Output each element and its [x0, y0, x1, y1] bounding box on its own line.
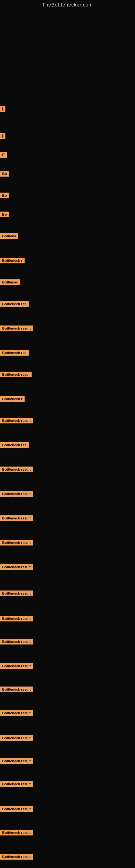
bottleneck-label: Bottleneck result: [0, 735, 33, 741]
bottleneck-label-row: Bottleneck result: [0, 639, 33, 646]
bottleneck-label: Bottleneck result: [0, 491, 33, 497]
bottleneck-label-row: Bottleneck res: [0, 350, 29, 357]
bottleneck-label: Bottleneck r: [0, 396, 25, 402]
site-title: TheBottlenecker.com: [0, 0, 135, 8]
bottleneck-label: Bottleneck result: [0, 564, 33, 570]
bottleneck-label-row: E: [0, 152, 7, 159]
bottleneck-label: Bottleneck result: [0, 326, 33, 331]
bottleneck-label: Bottleneck result: [0, 467, 33, 472]
bottleneck-label-row: Bottleneck result: [0, 806, 33, 813]
bottleneck-label-row: Bottleneck result: [0, 663, 33, 670]
bottleneck-label-row: Bottleneck resul: [0, 372, 32, 378]
bottleneck-label-row: Bottleneck result: [0, 564, 33, 571]
bottleneck-label: Bottleneck resul: [0, 372, 32, 377]
bottleneck-label: |: [0, 133, 5, 139]
bottleneck-label: Bo: [0, 171, 9, 177]
bottleneck-label: Bottleneck res: [0, 350, 29, 355]
bottleneck-label: Bottleneck result: [0, 806, 33, 812]
bottleneck-label-row: Bo: [0, 193, 9, 199]
bottleneck-label-row: Bottleneck result: [0, 854, 33, 861]
bottleneck-label-row: |: [0, 133, 5, 140]
bottleneck-label-row: Bottleneck result: [0, 590, 33, 597]
bottleneck-label: Bottleneck result: [0, 516, 33, 521]
bottleneck-label-row: |: [0, 106, 5, 113]
bottleneck-label: Bottleneck result: [0, 758, 33, 764]
bottleneck-label: |: [0, 106, 5, 112]
bottleneck-label: Bottleneck result: [0, 639, 33, 645]
bottleneck-label-row: Bottleneck result: [0, 710, 33, 717]
bottleneck-label: Bottleneck result: [0, 710, 33, 716]
bottleneck-label: Bottlene: [0, 233, 18, 239]
bottleneck-label: Bottleneck result: [0, 686, 33, 692]
bottleneck-label-row: Bottleneck result: [0, 758, 33, 765]
bottleneck-label-row: Bottlene: [0, 233, 18, 240]
bottleneck-label-row: Bottleneck result: [0, 418, 33, 425]
bottleneck-label-row: Bottleneck res: [0, 301, 29, 308]
bottleneck-label-row: Bottleneck result: [0, 686, 33, 693]
bottleneck-label: Bottleneck result: [0, 830, 33, 835]
bottleneck-label-row: Bottleneck r: [0, 258, 25, 265]
bottleneck-label-row: Bottleneck result: [0, 326, 33, 332]
bottleneck-label-row: Bottleneck result: [0, 516, 33, 522]
bottleneck-label-row: Bottleneck res: [0, 442, 29, 449]
bottleneck-label: Bottlenec: [0, 279, 20, 285]
bottleneck-label-row: Bottleneck result: [0, 491, 33, 498]
bottleneck-label-row: Bottleneck result: [0, 735, 33, 742]
bottleneck-label: Bottleneck result: [0, 418, 33, 424]
bottleneck-label: Bottleneck result: [0, 854, 33, 860]
bottleneck-label: Bottleneck result: [0, 540, 33, 546]
bottleneck-label-row: Bottleneck r: [0, 396, 25, 403]
bottleneck-label: Bo: [0, 212, 9, 217]
bottleneck-label: E: [0, 152, 7, 158]
bottleneck-label: Bottleneck r: [0, 258, 25, 264]
bottleneck-label-row: Bottleneck result: [0, 467, 33, 473]
bottleneck-label: Bottleneck res: [0, 301, 29, 307]
bottleneck-label: Bottleneck res: [0, 442, 29, 448]
bottleneck-label: Bottleneck result: [0, 590, 33, 596]
bottleneck-label: Bottleneck result: [0, 663, 33, 669]
bottleneck-label: Bottleneck result: [0, 781, 33, 787]
bottleneck-label-row: Bottlenec: [0, 279, 20, 286]
bottleneck-label-row: Bottleneck result: [0, 616, 33, 622]
bottleneck-label-row: Bottleneck result: [0, 540, 33, 547]
bottleneck-label-row: Bottleneck result: [0, 781, 33, 788]
bottleneck-label-row: Bo: [0, 212, 9, 218]
bottleneck-label: Bottleneck result: [0, 616, 33, 621]
bottleneck-label-row: Bo: [0, 171, 9, 178]
bottleneck-label: Bo: [0, 193, 9, 198]
bottleneck-label-row: Bottleneck result: [0, 830, 33, 837]
